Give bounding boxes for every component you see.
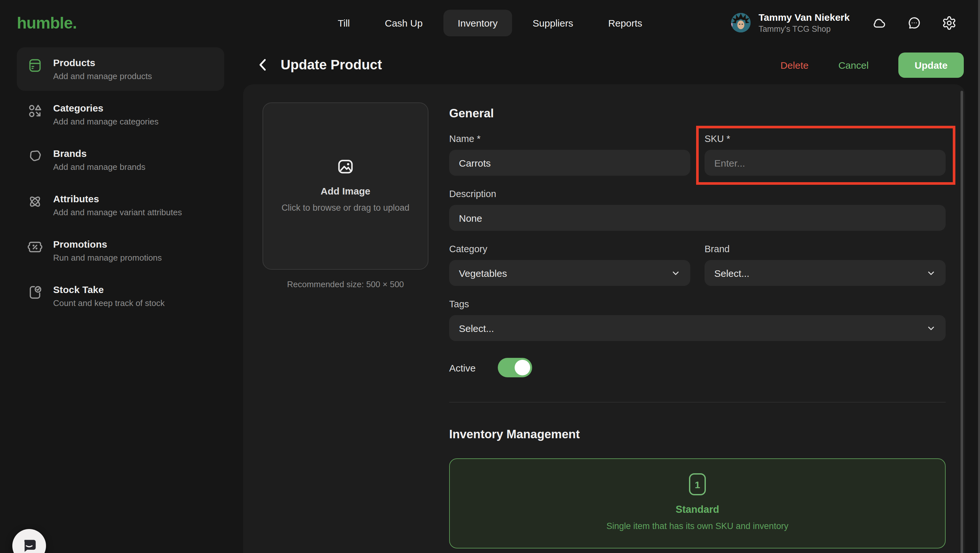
chat-bubble-icon	[21, 537, 38, 553]
active-toggle[interactable]	[498, 358, 532, 377]
avatar-image	[732, 13, 751, 32]
inventory-type-description: Single item that has its own SKU and inv…	[463, 521, 932, 531]
image-icon	[336, 157, 355, 176]
app-window: humble. Till Cash Up Inventory Suppliers…	[0, 0, 980, 553]
page-actions: Delete Cancel Update	[780, 52, 964, 78]
inventory-type-standard-card[interactable]: 1 Standard Single item that has its own …	[449, 458, 946, 548]
form-column: General Name * SKU * Description Cate	[449, 102, 946, 553]
brand-label: Brand	[705, 244, 946, 254]
brand-select-value: Select...	[714, 268, 749, 279]
sidebar-item-brands[interactable]: Brands Add and manage brands	[17, 138, 224, 182]
nav-tab-inventory[interactable]: Inventory	[443, 10, 512, 36]
sku-field-group: SKU *	[705, 134, 946, 176]
tags-select[interactable]: Select...	[449, 315, 946, 341]
sidebar-item-title: Brands	[53, 148, 145, 159]
sku-input[interactable]	[705, 150, 946, 176]
sidebar-item-products[interactable]: Products Add and manage products	[17, 47, 224, 91]
section-divider	[449, 402, 946, 403]
chevron-left-icon	[255, 56, 272, 73]
support-chat-launcher[interactable]	[12, 529, 46, 553]
chevron-down-icon	[926, 268, 936, 278]
sidebar-item-categories[interactable]: Categories Add and manage categories	[17, 93, 224, 136]
image-upload-column: Add Image Click to browse or drag to upl…	[262, 102, 428, 553]
single-item-icon: 1	[689, 473, 706, 495]
app-logo: humble.	[17, 13, 77, 32]
sidebar-item-text: Products Add and manage products	[53, 57, 152, 81]
active-label: Active	[449, 362, 476, 373]
sidebar-item-promotions[interactable]: Promotions Run and manage promotions	[17, 229, 224, 272]
sidebar-item-title: Attributes	[53, 193, 182, 204]
main-nav: Till Cash Up Inventory Suppliers Reports	[323, 0, 657, 45]
tags-select-value: Select...	[459, 322, 494, 333]
description-label: Description	[449, 189, 946, 199]
sidebar-item-title: Stock Take	[53, 284, 165, 295]
name-input[interactable]	[449, 150, 690, 176]
sidebar-item-stock-take[interactable]: Stock Take Count and keep track of stock	[17, 274, 224, 318]
avatar[interactable]	[732, 13, 751, 32]
active-row: Active	[449, 358, 946, 377]
sidebar-item-subtitle: Add and manage brands	[53, 162, 145, 172]
chevron-down-icon	[671, 268, 681, 278]
sidebar-item-subtitle: Count and keep track of stock	[53, 298, 165, 308]
shapes-icon	[27, 103, 43, 119]
user-name: Tammy Van Niekerk	[759, 12, 850, 23]
clipboard-check-icon	[27, 285, 43, 300]
category-field-group: Category Vegetables	[449, 244, 690, 286]
upload-subtitle: Click to browse or drag to upload	[282, 202, 410, 215]
inventory-type-title: Standard	[463, 504, 932, 515]
tags-label: Tags	[449, 299, 946, 309]
sidebar-item-subtitle: Add and manage products	[53, 71, 152, 81]
chat-icon	[907, 15, 922, 30]
name-sku-row: Name * SKU *	[449, 134, 946, 189]
name-field-group: Name *	[449, 134, 690, 176]
toggle-knob	[515, 360, 530, 375]
upload-hint: Recommended size: 500 × 500	[262, 279, 428, 289]
sidebar-item-attributes[interactable]: Attributes Add and manage variant attrib…	[17, 183, 224, 227]
sidebar-item-title: Categories	[53, 102, 159, 113]
back-button[interactable]	[255, 56, 272, 73]
section-inventory-heading: Inventory Management	[449, 427, 946, 441]
ticket-percent-icon	[27, 239, 43, 255]
description-field-group: Description	[449, 189, 946, 231]
settings-icon	[942, 15, 957, 30]
cloud-icon	[872, 15, 887, 30]
window-scrollbar[interactable]	[978, 0, 980, 553]
image-upload-dropzone[interactable]: Add Image Click to browse or drag to upl…	[262, 102, 428, 270]
product-form-card: Add Image Click to browse or drag to upl…	[243, 84, 965, 553]
top-bar: humble. Till Cash Up Inventory Suppliers…	[0, 0, 980, 45]
nav-tab-cash-up[interactable]: Cash Up	[371, 10, 437, 36]
update-button[interactable]: Update	[898, 52, 964, 78]
product-box-icon	[27, 58, 43, 73]
sidebar-item-text: Brands Add and manage brands	[53, 148, 145, 172]
user-org: Tammy's TCG Shop	[759, 24, 850, 33]
sync-button[interactable]	[872, 15, 887, 30]
nav-tab-suppliers[interactable]: Suppliers	[519, 10, 587, 36]
page-head: Update Product Delete Cancel Update	[243, 45, 980, 84]
brand-field-group: Brand Select...	[705, 244, 946, 286]
category-select-value: Vegetables	[459, 268, 507, 279]
nav-tab-reports[interactable]: Reports	[594, 10, 657, 36]
sidebar-item-subtitle: Run and manage promotions	[53, 253, 162, 263]
brand-select[interactable]: Select...	[705, 260, 946, 286]
delete-button[interactable]: Delete	[780, 59, 808, 70]
sidebar-item-text: Categories Add and manage categories	[53, 102, 159, 126]
sidebar-item-text: Stock Take Count and keep track of stock	[53, 284, 165, 308]
card-scrollbar[interactable]	[961, 91, 963, 553]
user-info: Tammy Van Niekerk Tammy's TCG Shop	[759, 12, 850, 34]
messages-button[interactable]	[907, 15, 922, 30]
settings-button[interactable]	[942, 15, 957, 30]
sidebar-item-title: Promotions	[53, 239, 162, 250]
sidebar-item-subtitle: Add and manage categories	[53, 117, 159, 126]
page-title: Update Product	[281, 57, 382, 73]
sidebar: Products Add and manage products Categor…	[0, 45, 243, 320]
name-label: Name *	[449, 134, 690, 144]
sidebar-item-title: Products	[53, 57, 152, 68]
description-input[interactable]	[449, 205, 946, 231]
tags-field-group: Tags Select...	[449, 299, 946, 341]
upload-title: Add Image	[320, 185, 370, 196]
category-select[interactable]: Vegetables	[449, 260, 690, 286]
category-label: Category	[449, 244, 690, 254]
nav-tab-till[interactable]: Till	[323, 10, 364, 36]
sku-label: SKU *	[705, 134, 946, 144]
cancel-button[interactable]: Cancel	[838, 59, 869, 70]
